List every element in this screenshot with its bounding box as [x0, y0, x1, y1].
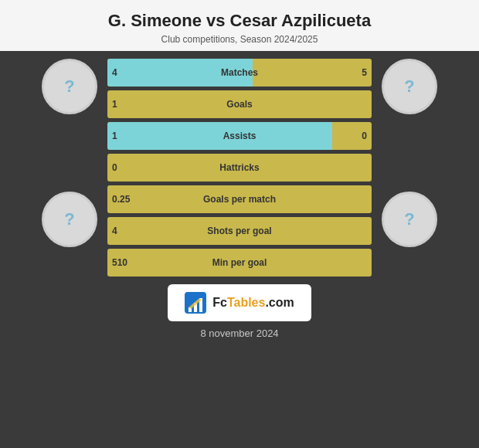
stat-left-val-1: 1 — [112, 99, 117, 110]
stat-left-val-2: 1 — [112, 131, 117, 141]
subtitle: Club competitions, Season 2024/2025 — [8, 34, 471, 45]
header: G. Simeone vs Cesar Azpilicueta Club com… — [0, 0, 479, 51]
stat-left-val-5: 4 — [112, 226, 117, 236]
stat-row-5: Shots per goal4 — [107, 217, 372, 245]
stat-row-4: Goals per match0.25 — [107, 185, 372, 213]
stat-row-6: Min per goal510 — [107, 249, 372, 277]
footer-logo: FcTables.com — [168, 284, 311, 321]
right-players-col: ? ? — [375, 59, 444, 252]
logo-text: FcTables.com — [212, 296, 294, 310]
stat-row-1: Goals1 — [107, 90, 372, 118]
left-players-col: ? ? — [35, 59, 104, 252]
stat-row-0: Matches45 — [107, 59, 372, 87]
stats-column: Matches45Goals1Assists10Hattricks0Goals … — [104, 59, 375, 277]
stat-label-3: Hattricks — [219, 162, 259, 173]
stat-label-0: Matches — [221, 67, 258, 78]
page-title: G. Simeone vs Cesar Azpilicueta — [8, 11, 471, 31]
stat-left-val-6: 510 — [112, 257, 127, 268]
main-area: ? ? Matches45Goals1Assists10Hattricks0Go… — [0, 51, 479, 448]
player2-top-avatar: ? — [382, 59, 437, 114]
stat-row-2: Assists10 — [107, 122, 372, 150]
stat-label-4: Goals per match — [203, 194, 276, 205]
stat-label-2: Assists — [223, 131, 256, 141]
stat-left-val-4: 0.25 — [112, 194, 130, 205]
stat-label-1: Goals — [226, 99, 252, 110]
stat-left-val-0: 4 — [112, 67, 117, 78]
players-stats-area: ? ? Matches45Goals1Assists10Hattricks0Go… — [0, 59, 479, 277]
fctables-icon — [185, 292, 206, 314]
player2-bottom-avatar: ? — [382, 192, 437, 247]
stat-right-val-0: 5 — [362, 67, 367, 78]
stat-right-val-2: 0 — [362, 131, 367, 141]
footer-date: 8 november 2024 — [200, 328, 278, 339]
stat-row-3: Hattricks0 — [107, 154, 372, 182]
stat-label-5: Shots per goal — [207, 226, 271, 236]
stat-label-6: Min per goal — [212, 257, 267, 268]
stat-left-val-3: 0 — [112, 162, 117, 173]
player1-bottom-avatar: ? — [42, 192, 97, 247]
player1-top-avatar: ? — [42, 59, 97, 114]
